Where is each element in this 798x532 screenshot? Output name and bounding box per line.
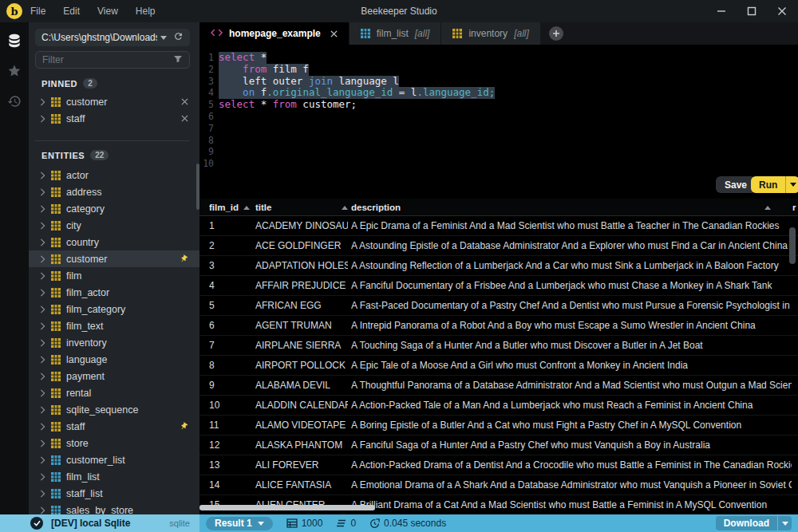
pinned-item-customer[interactable]: customer bbox=[29, 93, 200, 110]
horizontal-scrollbar[interactable] bbox=[200, 505, 375, 510]
table-row[interactable]: 13 ALI FOREVER A Action-Packed Drama of … bbox=[200, 455, 798, 475]
cell-description[interactable]: A Thoughtful Panorama of a Database Admi… bbox=[351, 376, 792, 396]
chevron-right-icon[interactable] bbox=[40, 406, 45, 414]
chevron-right-icon[interactable] bbox=[40, 238, 45, 246]
sidebar-item-store[interactable]: store bbox=[29, 435, 200, 451]
chevron-right-icon[interactable] bbox=[40, 222, 45, 230]
sidebar-item-language[interactable]: language bbox=[29, 351, 200, 368]
cell-description[interactable]: A Fanciful Documentary of a Frisbee And … bbox=[351, 276, 792, 296]
sidebar-item-city[interactable]: city bbox=[29, 217, 200, 234]
chevron-right-icon[interactable] bbox=[40, 473, 45, 481]
maximize-button[interactable] bbox=[747, 6, 757, 16]
sidebar-item-actor[interactable]: actor bbox=[29, 167, 200, 183]
cell-title[interactable]: AFRICAN EGG bbox=[255, 296, 348, 316]
cell-description[interactable]: A Action-Packed Tale of a Man And a Lumb… bbox=[351, 396, 792, 416]
cell-film-id[interactable]: 10 bbox=[209, 396, 249, 416]
connection-status[interactable]: [DEV] local Sqlite sqlite bbox=[0, 514, 200, 532]
tab-close-icon[interactable] bbox=[330, 30, 338, 37]
editor-line[interactable]: 7 bbox=[200, 123, 798, 135]
menu-file[interactable]: File bbox=[30, 6, 45, 17]
results-grid[interactable]: 1 ACADEMY DINOSAUR A Epic Drama of a Fem… bbox=[200, 216, 798, 514]
cell-description[interactable]: A Emotional Drama of a A Shark And a Dat… bbox=[351, 475, 792, 495]
cell-film-id[interactable]: 4 bbox=[209, 276, 249, 296]
run-options-caret[interactable] bbox=[785, 176, 798, 193]
editor-line[interactable]: 10 bbox=[200, 158, 798, 170]
chevron-right-icon[interactable] bbox=[40, 389, 45, 397]
filter-funnel-icon[interactable] bbox=[173, 54, 183, 66]
cell-film-id[interactable]: 6 bbox=[209, 316, 249, 336]
tab-homepage-example[interactable]: homepage_example bbox=[200, 22, 349, 45]
table-row[interactable]: 10 ALADDIN CALENDAR A Action-Packed Tale… bbox=[200, 396, 798, 416]
download-options-caret[interactable] bbox=[777, 516, 792, 530]
table-row[interactable]: 2 ACE GOLDFINGER A Astounding Epistle of… bbox=[200, 236, 798, 256]
chevron-right-icon[interactable] bbox=[40, 356, 45, 364]
cell-film-id[interactable]: 13 bbox=[209, 455, 249, 475]
cell-description[interactable]: A Epic Tale of a Moose And a Girl who mu… bbox=[351, 356, 792, 376]
download-button[interactable]: Download bbox=[716, 516, 792, 530]
cell-title[interactable]: AFFAIR PREJUDICE bbox=[255, 276, 348, 296]
editor-line[interactable]: 3 left outer join language l bbox=[200, 76, 798, 88]
pinned-item-staff[interactable]: staff bbox=[29, 110, 200, 127]
table-row[interactable]: 6 AGENT TRUMAN A Intrepid Panorama of a … bbox=[200, 316, 798, 336]
table-row[interactable]: 12 ALASKA PHANTOM A Fanciful Saga of a H… bbox=[200, 435, 798, 455]
table-row[interactable]: 1 ACADEMY DINOSAUR A Epic Drama of a Fem… bbox=[200, 216, 798, 236]
editor-line[interactable]: 9 bbox=[200, 146, 798, 158]
unpin-close-icon[interactable] bbox=[181, 115, 200, 122]
sidebar-item-category[interactable]: category bbox=[29, 200, 200, 217]
chevron-right-icon[interactable] bbox=[40, 115, 45, 123]
chevron-right-icon[interactable] bbox=[40, 98, 45, 106]
cell-description[interactable]: A Epic Drama of a Feminist And a Mad Sci… bbox=[351, 216, 792, 236]
cell-title[interactable]: ACE GOLDFINGER bbox=[255, 236, 348, 256]
chevron-right-icon[interactable] bbox=[40, 255, 45, 263]
sidebar-item-film[interactable]: film bbox=[29, 267, 200, 284]
cell-film-id[interactable]: 14 bbox=[209, 475, 249, 495]
refresh-icon[interactable] bbox=[173, 31, 184, 44]
tab-inventory[interactable]: inventory [all] bbox=[441, 22, 539, 45]
cell-description[interactable]: A Intrepid Panorama of a Robot And a Boy… bbox=[351, 316, 792, 336]
cell-film-id[interactable]: 9 bbox=[209, 376, 249, 396]
cell-description[interactable]: A Astounding Epistle of a Database Admin… bbox=[351, 236, 792, 256]
chevron-right-icon[interactable] bbox=[40, 289, 45, 297]
cell-film-id[interactable]: 3 bbox=[209, 256, 249, 276]
cell-title[interactable]: ALI FOREVER bbox=[255, 455, 348, 475]
pin-icon[interactable] bbox=[179, 254, 200, 264]
cell-title[interactable]: AGENT TRUMAN bbox=[255, 316, 348, 336]
cell-film-id[interactable]: 8 bbox=[209, 356, 249, 376]
filter-input[interactable] bbox=[42, 54, 173, 65]
favorites-icon[interactable] bbox=[0, 59, 29, 83]
cell-description[interactable]: A Fast-Paced Documentary of a Pastry Che… bbox=[351, 296, 792, 316]
sidebar-item-film_actor[interactable]: film_actor bbox=[29, 284, 200, 301]
sql-editor[interactable]: 1select * 2 from film f 3 left outer joi… bbox=[200, 45, 798, 174]
save-button[interactable]: Save bbox=[716, 176, 756, 193]
table-row[interactable]: 14 ALICE FANTASIA A Emotional Drama of a… bbox=[200, 475, 798, 495]
cell-title[interactable]: AIRPLANE SIERRA bbox=[255, 336, 348, 356]
chevron-right-icon[interactable] bbox=[40, 188, 45, 196]
cell-title[interactable]: ACADEMY DINOSAUR bbox=[255, 216, 348, 236]
menu-view[interactable]: View bbox=[97, 6, 118, 17]
table-row[interactable]: 8 AIRPORT POLLOCK A Epic Tale of a Moose… bbox=[200, 356, 798, 376]
sidebar-item-staff_list[interactable]: staff_list bbox=[29, 485, 200, 502]
column-header-description[interactable]: description bbox=[351, 199, 401, 216]
cell-title[interactable]: ALAMO VIDEOTAPE bbox=[255, 416, 348, 435]
database-tables-icon[interactable] bbox=[0, 29, 29, 53]
sidebar-item-sales_by_store[interactable]: sales_by_store bbox=[29, 502, 200, 514]
editor-line[interactable]: 1select * bbox=[200, 52, 798, 64]
close-button[interactable] bbox=[777, 6, 787, 16]
chevron-right-icon[interactable] bbox=[40, 339, 45, 347]
chevron-right-icon[interactable] bbox=[40, 439, 45, 447]
chevron-right-icon[interactable] bbox=[40, 305, 45, 313]
sidebar-item-rental[interactable]: rental bbox=[29, 384, 200, 401]
cell-description[interactable]: A Fanciful Saga of a Hunter And a Pastry… bbox=[351, 435, 792, 455]
cell-title[interactable]: ALABAMA DEVIL bbox=[255, 376, 348, 396]
cell-film-id[interactable]: 2 bbox=[209, 236, 249, 256]
sidebar-item-staff[interactable]: staff bbox=[29, 418, 200, 435]
cell-description[interactable]: A Action-Packed Drama of a Dentist And a… bbox=[351, 455, 792, 475]
table-row[interactable]: 5 AFRICAN EGG A Fast-Paced Documentary o… bbox=[200, 296, 798, 316]
column-header-title[interactable]: title bbox=[255, 199, 348, 216]
menu-edit[interactable]: Edit bbox=[63, 6, 80, 17]
tab-film-list[interactable]: film_list [all] bbox=[350, 22, 441, 45]
menu-help[interactable]: Help bbox=[136, 6, 156, 17]
cell-title[interactable]: ALASKA PHANTOM bbox=[255, 435, 348, 455]
cell-title[interactable]: ALICE FANTASIA bbox=[255, 475, 348, 495]
sidebar-item-address[interactable]: address bbox=[29, 183, 200, 200]
